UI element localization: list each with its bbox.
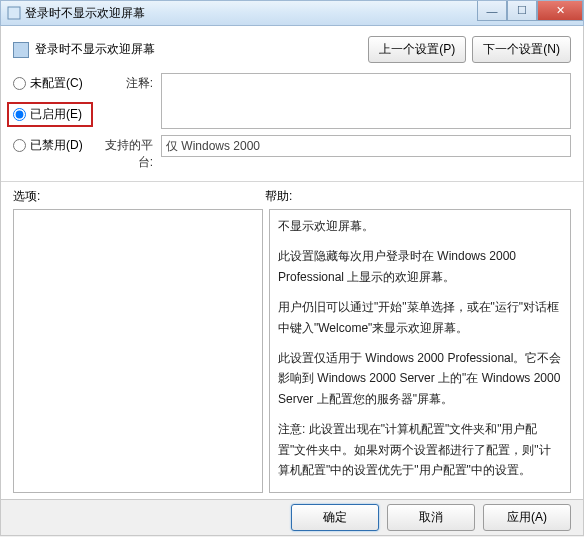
policy-name: 登录时不显示欢迎屏幕	[35, 41, 155, 58]
policy-item-icon	[13, 42, 29, 58]
state-radios: 未配置(C) 已启用(E) 已禁用(D)	[13, 73, 93, 154]
help-p6: 提示: 若要显示欢迎屏幕，请单击"开始"，然后依次指向"程序"、"附件"、"系统…	[278, 490, 562, 493]
minimize-button[interactable]: —	[477, 1, 507, 21]
radio-disabled-label: 已禁用(D)	[30, 137, 83, 154]
title-bar: 登录时不显示欢迎屏幕 — ☐ ✕	[0, 0, 584, 26]
radio-enabled-label: 已启用(E)	[30, 106, 82, 123]
help-p2: 此设置隐藏每次用户登录时在 Windows 2000 Professional …	[278, 246, 562, 287]
radio-disabled[interactable]: 已禁用(D)	[13, 137, 93, 154]
options-label: 选项:	[13, 188, 265, 205]
help-pane[interactable]: 不显示欢迎屏幕。 此设置隐藏每次用户登录时在 Windows 2000 Prof…	[269, 209, 571, 493]
comment-input[interactable]	[161, 73, 571, 129]
help-p4: 此设置仅适用于 Windows 2000 Professional。它不会影响到…	[278, 348, 562, 409]
ok-button[interactable]: 确定	[291, 504, 379, 531]
close-button[interactable]: ✕	[537, 1, 583, 21]
supported-label: 支持的平台:	[93, 135, 153, 171]
supported-platform-field: 仅 Windows 2000	[161, 135, 571, 157]
radio-enabled-input[interactable]	[13, 108, 26, 121]
radio-enabled[interactable]: 已启用(E)	[7, 102, 93, 127]
pane-headers: 选项: 帮助:	[13, 188, 571, 205]
apply-button[interactable]: 应用(A)	[483, 504, 571, 531]
prev-setting-button[interactable]: 上一个设置(P)	[368, 36, 466, 63]
content-area: 登录时不显示欢迎屏幕 上一个设置(P) 下一个设置(N) 未配置(C) 已启用(…	[0, 26, 584, 500]
button-bar: 确定 取消 应用(A)	[0, 500, 584, 536]
policy-icon	[7, 6, 21, 20]
radio-not-configured[interactable]: 未配置(C)	[13, 75, 93, 92]
help-p5: 注意: 此设置出现在"计算机配置"文件夹和"用户配置"文件夹中。如果对两个设置都…	[278, 419, 562, 480]
svg-rect-0	[8, 7, 20, 19]
panes: 不显示欢迎屏幕。 此设置隐藏每次用户登录时在 Windows 2000 Prof…	[13, 209, 571, 493]
radio-not-configured-label: 未配置(C)	[30, 75, 83, 92]
comment-label: 注释:	[93, 73, 153, 92]
help-p1: 不显示欢迎屏幕。	[278, 216, 562, 236]
help-p3: 用户仍旧可以通过"开始"菜单选择，或在"运行"对话框中键入"Welcome"来显…	[278, 297, 562, 338]
radio-not-configured-input[interactable]	[13, 77, 26, 90]
header-row: 登录时不显示欢迎屏幕 上一个设置(P) 下一个设置(N)	[13, 36, 571, 63]
separator	[1, 181, 583, 182]
help-label: 帮助:	[265, 188, 292, 205]
window-controls: — ☐ ✕	[477, 1, 583, 21]
maximize-button[interactable]: ☐	[507, 1, 537, 21]
config-row: 未配置(C) 已启用(E) 已禁用(D) 注释: 支持的平台: 仅 Window…	[13, 73, 571, 171]
cancel-button[interactable]: 取消	[387, 504, 475, 531]
window-title: 登录时不显示欢迎屏幕	[25, 5, 145, 22]
next-setting-button[interactable]: 下一个设置(N)	[472, 36, 571, 63]
options-pane[interactable]	[13, 209, 263, 493]
radio-disabled-input[interactable]	[13, 139, 26, 152]
